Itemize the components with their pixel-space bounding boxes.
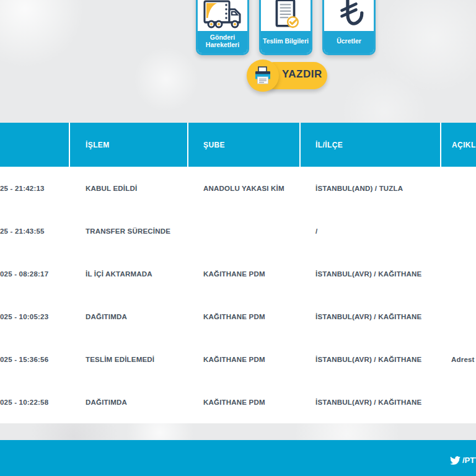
cell-sube: KAĞITHANE PDM xyxy=(188,338,299,381)
column-header-sube: ŞUBE xyxy=(188,123,299,167)
table-row: 025 - 08:28:17 İL İÇİ AKTARMADA KAĞITHAN… xyxy=(0,252,476,295)
table-row: 025 - 15:36:56 TESLİM EDİLEMEDİ KAĞITHAN… xyxy=(0,338,476,381)
printer-icon xyxy=(247,60,279,92)
cell-sube: KAĞITHANE PDM xyxy=(188,252,299,295)
cell-date: 25 - 21:43:55 xyxy=(0,209,69,252)
tab-label: Teslim Bilgileri xyxy=(261,31,311,53)
truck-icon xyxy=(198,0,247,31)
tab-gonderi-hareketleri[interactable]: Gönderi Hareketleri xyxy=(196,0,249,55)
column-header-aciklama: AÇIKLAMA xyxy=(441,123,476,167)
column-header-il-ilce: İL/İLÇE xyxy=(301,123,440,167)
ptt-tracking-page: Gönderi Hareketleri Teslim Bilgileri xyxy=(0,0,476,476)
column-header-date xyxy=(0,123,69,167)
cell-il-ilce: İSTANBUL(AVR) / KAĞITHANE xyxy=(301,252,440,295)
cell-sube: KAĞITHANE PDM xyxy=(188,295,299,338)
twitter-link[interactable]: /PTT xyxy=(450,456,476,465)
cell-sube xyxy=(188,209,299,252)
twitter-icon xyxy=(450,456,461,465)
tab-ucretler[interactable]: Ücretler xyxy=(322,0,376,55)
clipboard-check-icon xyxy=(261,0,311,31)
cell-islem: İL İÇİ AKTARMADA xyxy=(70,252,187,295)
cell-aciklama xyxy=(441,209,476,252)
table-row: 025 - 10:05:23 DAĞITIMDA KAĞITHANE PDM İ… xyxy=(0,295,476,338)
cell-il-ilce: İSTANBUL(AVR) / KAĞITHANE xyxy=(301,295,440,338)
table-row: 25 - 21:42:13 KABUL EDİLDİ ANADOLU YAKAS… xyxy=(0,167,476,209)
cell-sube: KAĞITHANE PDM xyxy=(188,381,299,423)
cell-date: 025 - 15:36:56 xyxy=(0,338,69,381)
tab-teslim-bilgileri[interactable]: Teslim Bilgileri xyxy=(259,0,312,55)
footer-bar: /PTT xyxy=(0,440,476,476)
tab-label: Gönderi Hareketleri xyxy=(198,31,247,53)
table-row: 25 - 21:43:55 TRANSFER SÜRECİNDE / xyxy=(0,209,476,252)
cell-islem: DAĞITIMDA xyxy=(70,295,187,338)
column-header-islem: İŞLEM xyxy=(70,123,187,167)
cell-il-ilce: İSTANBUL(AND) / TUZLA xyxy=(301,167,440,209)
tracking-table-header: İŞLEM ŞUBE İL/İLÇE AÇIKLAMA xyxy=(0,123,476,167)
cell-islem: DAĞITIMDA xyxy=(70,381,187,423)
print-button[interactable]: YAZDIR xyxy=(247,60,328,92)
tab-label: Ücretler xyxy=(324,31,374,53)
cell-aciklama xyxy=(441,295,476,338)
cell-islem: TESLİM EDİLEMEDİ xyxy=(70,338,187,381)
cell-islem: KABUL EDİLDİ xyxy=(70,167,187,209)
cell-islem: TRANSFER SÜRECİNDE xyxy=(70,209,187,252)
print-button-label: YAZDIR xyxy=(282,68,322,81)
table-row: 025 - 10:22:58 DAĞITIMDA KAĞITHANE PDM İ… xyxy=(0,381,476,423)
cell-il-ilce: İSTANBUL(AVR) / KAĞITHANE xyxy=(301,381,440,423)
cell-date: 25 - 21:42:13 xyxy=(0,167,69,209)
cell-il-ilce: İSTANBUL(AVR) / KAĞITHANE xyxy=(301,338,440,381)
tracking-table-body: 25 - 21:42:13 KABUL EDİLDİ ANADOLU YAKAS… xyxy=(0,167,476,423)
cell-date: 025 - 10:22:58 xyxy=(0,381,69,423)
cell-aciklama xyxy=(441,381,476,423)
cell-date: 025 - 10:05:23 xyxy=(0,295,69,338)
cell-sube: ANADOLU YAKASI KİM xyxy=(188,167,299,209)
cell-aciklama: Adrest xyxy=(441,338,476,381)
cell-aciklama xyxy=(441,252,476,295)
cell-aciklama xyxy=(441,167,476,209)
lira-icon xyxy=(324,0,374,31)
cell-date: 025 - 08:28:17 xyxy=(0,252,69,295)
cell-il-ilce: / xyxy=(301,209,440,252)
twitter-handle: /PTT xyxy=(462,456,476,465)
